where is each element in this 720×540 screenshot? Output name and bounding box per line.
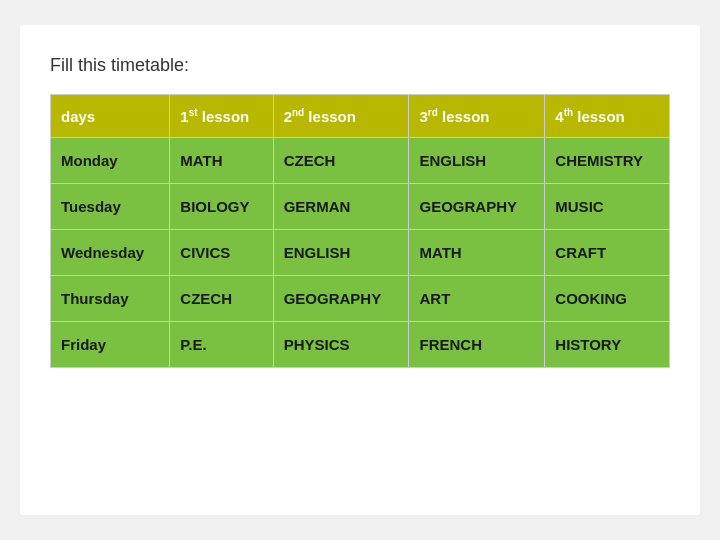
header-lesson1: 1st lesson bbox=[170, 95, 273, 138]
header-lesson4: 4th lesson bbox=[545, 95, 670, 138]
day-cell: Monday bbox=[51, 138, 170, 184]
lesson-cell: HISTORY bbox=[545, 322, 670, 368]
table-row: TuesdayBIOLOGYGERMANGEOGRAPHYMUSIC bbox=[51, 184, 670, 230]
header-days: days bbox=[51, 95, 170, 138]
lesson-cell: FRENCH bbox=[409, 322, 545, 368]
day-cell: Tuesday bbox=[51, 184, 170, 230]
timetable: days 1st lesson 2nd lesson 3rd lesson 4t… bbox=[50, 94, 670, 368]
lesson-cell: CZECH bbox=[170, 276, 273, 322]
slide-title: Fill this timetable: bbox=[50, 55, 670, 76]
lesson-cell: P.E. bbox=[170, 322, 273, 368]
lesson-cell: GEOGRAPHY bbox=[273, 276, 409, 322]
table-header-row: days 1st lesson 2nd lesson 3rd lesson 4t… bbox=[51, 95, 670, 138]
table-row: MondayMATHCZECHENGLISHCHEMISTRY bbox=[51, 138, 670, 184]
day-cell: Wednesday bbox=[51, 230, 170, 276]
lesson-cell: MUSIC bbox=[545, 184, 670, 230]
lesson-cell: ART bbox=[409, 276, 545, 322]
header-lesson2: 2nd lesson bbox=[273, 95, 409, 138]
lesson-cell: COOKING bbox=[545, 276, 670, 322]
lesson-cell: CHEMISTRY bbox=[545, 138, 670, 184]
lesson-cell: CZECH bbox=[273, 138, 409, 184]
slide-container: Fill this timetable: days 1st lesson 2nd… bbox=[20, 25, 700, 515]
lesson-cell: GERMAN bbox=[273, 184, 409, 230]
table-row: WednesdayCIVICSENGLISHMATHCRAFT bbox=[51, 230, 670, 276]
lesson-cell: CIVICS bbox=[170, 230, 273, 276]
table-row: FridayP.E.PHYSICSFRENCHHISTORY bbox=[51, 322, 670, 368]
table-row: ThursdayCZECHGEOGRAPHYARTCOOKING bbox=[51, 276, 670, 322]
lesson-cell: ENGLISH bbox=[273, 230, 409, 276]
lesson-cell: MATH bbox=[170, 138, 273, 184]
lesson-cell: ENGLISH bbox=[409, 138, 545, 184]
lesson-cell: PHYSICS bbox=[273, 322, 409, 368]
lesson-cell: MATH bbox=[409, 230, 545, 276]
lesson-cell: CRAFT bbox=[545, 230, 670, 276]
lesson-cell: BIOLOGY bbox=[170, 184, 273, 230]
day-cell: Thursday bbox=[51, 276, 170, 322]
header-lesson3: 3rd lesson bbox=[409, 95, 545, 138]
day-cell: Friday bbox=[51, 322, 170, 368]
lesson-cell: GEOGRAPHY bbox=[409, 184, 545, 230]
